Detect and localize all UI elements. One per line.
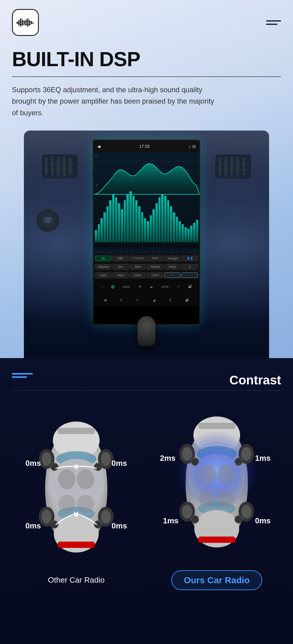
svg-text:20: 20 bbox=[96, 251, 98, 253]
eq-bar bbox=[106, 206, 109, 242]
other-delay-tl: 0ms bbox=[25, 459, 41, 468]
rock-btn[interactable]: Rock bbox=[130, 264, 146, 269]
svg-point-78 bbox=[176, 431, 257, 512]
eq-bar bbox=[121, 209, 123, 242]
eq-buttons-row3[interactable]: User1 User2 User3 User5 + − bbox=[94, 271, 199, 279]
eq-bar bbox=[161, 194, 164, 242]
jazz-btn[interactable]: Jazz bbox=[112, 264, 129, 269]
contrast-header: Contrast bbox=[12, 373, 281, 387]
eq-bar bbox=[95, 230, 97, 242]
svg-text:160: 160 bbox=[151, 251, 154, 253]
svg-point-64 bbox=[58, 495, 76, 514]
svg-point-65 bbox=[77, 495, 94, 514]
svg-text:50: 50 bbox=[120, 251, 122, 253]
bbe-btn[interactable]: BBE bbox=[112, 256, 129, 261]
screen-bottom-bar: ⌂ ⏻ DUAL ❄ ☁ AUTO ↗ 🔊 bbox=[94, 279, 199, 294]
svg-rect-82 bbox=[198, 537, 236, 543]
srs-btn[interactable]: SRS® bbox=[147, 256, 163, 261]
through-btn[interactable]: Through bbox=[164, 256, 181, 261]
eq-bar bbox=[147, 221, 149, 242]
contrast-lines-icon bbox=[12, 373, 33, 378]
eq-bar bbox=[170, 206, 172, 242]
eq-bar bbox=[196, 220, 199, 242]
svg-text:63: 63 bbox=[126, 251, 128, 253]
svg-text:100: 100 bbox=[137, 251, 140, 253]
other-car-svg bbox=[28, 414, 124, 563]
user3-btn[interactable]: User3 bbox=[130, 272, 146, 278]
svg-point-61 bbox=[101, 510, 111, 524]
screen-header: ◀ 17:55 ⌂ ⊟ bbox=[94, 140, 199, 152]
ours-delay-br: 0ms bbox=[255, 516, 271, 525]
eq-bar bbox=[150, 215, 152, 242]
svg-point-86 bbox=[241, 447, 251, 461]
plus-btn[interactable]: + bbox=[164, 272, 181, 278]
svg-point-62 bbox=[58, 469, 76, 490]
other-car-item: 0ms 0ms 0ms 0ms bbox=[12, 414, 141, 585]
logo-icon bbox=[16, 16, 34, 28]
svg-text:25: 25 bbox=[102, 251, 104, 253]
eq-bar bbox=[158, 197, 161, 242]
svg-point-55 bbox=[42, 452, 51, 466]
ours-car-item: 2ms 1ms 1ms 0ms bbox=[152, 409, 281, 590]
svg-text:200: 200 bbox=[158, 251, 161, 253]
subtitle: Supports 36EQ adjustment, and the ultra-… bbox=[12, 84, 215, 119]
minus-btn[interactable]: − bbox=[181, 272, 198, 278]
reset-btn[interactable]: Reset bbox=[164, 264, 181, 269]
svg-point-93 bbox=[199, 490, 216, 509]
svg-rect-81 bbox=[198, 423, 236, 429]
svg-text:16k: 16k bbox=[188, 251, 190, 253]
svg-point-57 bbox=[101, 452, 111, 466]
contrast-divider bbox=[12, 390, 281, 391]
eq-bar bbox=[144, 218, 146, 242]
popular-btn[interactable]: Popular bbox=[147, 264, 163, 269]
bottom-section: Contrast 0ms 0ms 0ms 0ms bbox=[0, 358, 293, 644]
eq-bar bbox=[190, 226, 193, 242]
cars-comparison: 0ms 0ms 0ms 0ms bbox=[12, 409, 281, 590]
svg-text:80: 80 bbox=[132, 251, 133, 253]
eq-bar bbox=[173, 212, 175, 242]
eq-bar bbox=[109, 200, 112, 242]
eq-bar bbox=[118, 203, 120, 242]
other-delay-bl: 0ms bbox=[25, 521, 41, 531]
car-dashboard: ENGINESTARTSTOP ◀ 17:55 ⌂ ⊟ bbox=[24, 131, 269, 358]
dolby-btn[interactable]: ⊃⊂DOLBY bbox=[130, 256, 146, 261]
eq-bar bbox=[115, 197, 117, 242]
gear-shift bbox=[138, 316, 155, 346]
classical-btn[interactable]: Classical bbox=[95, 264, 112, 269]
user1-btn[interactable]: User1 bbox=[95, 272, 112, 278]
eq-bar bbox=[164, 196, 167, 242]
svg-text:2k: 2k bbox=[171, 251, 173, 253]
other-delay-br: 0ms bbox=[112, 521, 127, 531]
svg-point-98 bbox=[235, 516, 242, 523]
ours-car-svg bbox=[169, 409, 265, 558]
svg-point-95 bbox=[191, 458, 199, 466]
eq-buttons-row2[interactable]: Classical Jazz Rock Popular Reset ℹ bbox=[94, 263, 199, 271]
svg-point-92 bbox=[217, 464, 235, 484]
svg-text:8k: 8k bbox=[182, 251, 184, 253]
persons-btn[interactable]: 👤👤 bbox=[181, 256, 198, 261]
ours-car-label-btn[interactable]: Ours Car Radio bbox=[171, 570, 262, 590]
eq-buttons-row1[interactable]: dts BBE ⊃⊂DOLBY SRS® Through 👤👤 bbox=[94, 254, 199, 263]
eq-bar bbox=[141, 212, 144, 242]
ours-car-top-view: 2ms 1ms 1ms 0ms bbox=[169, 409, 265, 558]
user2-btn[interactable]: User2 bbox=[112, 272, 129, 278]
vent-right bbox=[215, 154, 251, 178]
svg-text:4k: 4k bbox=[176, 251, 178, 253]
logo bbox=[12, 9, 39, 36]
svg-text:125: 125 bbox=[144, 251, 147, 253]
user5-btn[interactable]: User5 bbox=[147, 272, 163, 278]
svg-rect-1 bbox=[18, 20, 19, 25]
info-btn[interactable]: ℹ bbox=[181, 264, 198, 269]
hamburger-menu[interactable] bbox=[266, 20, 281, 25]
ours-delay-tl: 2ms bbox=[160, 454, 176, 463]
screen-time: 17:55 bbox=[139, 144, 150, 149]
svg-rect-6 bbox=[27, 18, 28, 27]
svg-point-91 bbox=[199, 464, 216, 484]
eq-bar bbox=[100, 218, 103, 242]
svg-point-63 bbox=[77, 469, 94, 490]
eq-bars bbox=[94, 182, 199, 242]
header bbox=[12, 9, 281, 36]
dts-btn[interactable]: dts bbox=[95, 256, 112, 261]
eq-bar bbox=[132, 196, 135, 242]
eq-bar bbox=[178, 221, 181, 242]
